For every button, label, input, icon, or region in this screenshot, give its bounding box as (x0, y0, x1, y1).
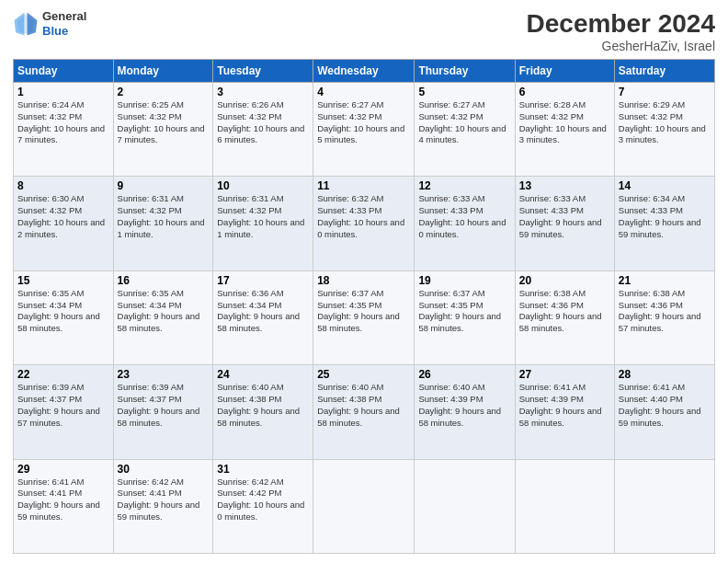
day-detail: Sunrise: 6:40 AMSunset: 4:38 PMDaylight:… (217, 382, 309, 429)
svg-marker-2 (15, 12, 25, 35)
calendar-cell: 7 Sunrise: 6:29 AMSunset: 4:32 PMDayligh… (614, 83, 714, 177)
calendar-cell: 29 Sunrise: 6:41 AMSunset: 4:41 PMDaylig… (14, 459, 114, 553)
day-detail: Sunrise: 6:37 AMSunset: 4:35 PMDaylight:… (418, 288, 510, 335)
day-detail: Sunrise: 6:31 AMSunset: 4:32 PMDaylight:… (118, 193, 210, 240)
day-detail: Sunrise: 6:41 AMSunset: 4:39 PMDaylight:… (519, 382, 610, 429)
calendar-cell: 3 Sunrise: 6:26 AMSunset: 4:32 PMDayligh… (213, 83, 313, 177)
col-header-thursday: Thursday (415, 60, 515, 83)
week-row-1: 1 Sunrise: 6:24 AMSunset: 4:32 PMDayligh… (14, 83, 715, 177)
day-number: 6 (519, 86, 610, 98)
calendar-cell: 8 Sunrise: 6:30 AMSunset: 4:32 PMDayligh… (14, 177, 114, 270)
day-number: 4 (317, 86, 410, 98)
logo-icon (13, 11, 39, 37)
day-detail: Sunrise: 6:25 AMSunset: 4:32 PMDaylight:… (118, 99, 210, 146)
svg-marker-1 (28, 12, 38, 35)
calendar-cell: 1 Sunrise: 6:24 AMSunset: 4:32 PMDayligh… (14, 83, 114, 177)
calendar-cell (515, 459, 614, 553)
day-number: 30 (118, 463, 210, 476)
day-number: 27 (519, 368, 610, 381)
day-number: 17 (217, 274, 309, 287)
calendar-cell: 18 Sunrise: 6:37 AMSunset: 4:35 PMDaylig… (313, 270, 415, 364)
calendar-cell (313, 459, 415, 553)
day-number: 22 (17, 368, 109, 381)
col-header-wednesday: Wednesday (313, 60, 415, 83)
calendar-cell: 19 Sunrise: 6:37 AMSunset: 4:35 PMDaylig… (415, 270, 515, 364)
day-detail: Sunrise: 6:39 AMSunset: 4:37 PMDaylight:… (118, 382, 210, 429)
week-row-2: 8 Sunrise: 6:30 AMSunset: 4:32 PMDayligh… (14, 177, 715, 270)
day-detail: Sunrise: 6:41 AMSunset: 4:41 PMDaylight:… (17, 477, 109, 523)
calendar-cell: 5 Sunrise: 6:27 AMSunset: 4:32 PMDayligh… (415, 83, 515, 177)
header: General Blue December 2024 GesherHaZiv, … (13, 9, 715, 53)
title-block: December 2024 GesherHaZiv, Israel (527, 9, 715, 53)
page: General Blue December 2024 GesherHaZiv, … (0, 0, 728, 563)
calendar-cell: 13 Sunrise: 6:33 AMSunset: 4:33 PMDaylig… (515, 177, 614, 270)
calendar-cell (614, 459, 714, 553)
day-number: 10 (217, 179, 309, 192)
day-detail: Sunrise: 6:38 AMSunset: 4:36 PMDaylight:… (619, 288, 711, 335)
logo-blue: Blue (42, 24, 86, 39)
day-detail: Sunrise: 6:32 AMSunset: 4:33 PMDaylight:… (317, 193, 410, 240)
day-detail: Sunrise: 6:35 AMSunset: 4:34 PMDaylight:… (17, 288, 109, 335)
day-detail: Sunrise: 6:24 AMSunset: 4:32 PMDaylight:… (17, 99, 109, 146)
day-number: 11 (317, 179, 410, 192)
day-number: 26 (418, 368, 510, 381)
day-number: 15 (17, 274, 109, 287)
day-number: 29 (17, 463, 109, 476)
calendar-cell: 14 Sunrise: 6:34 AMSunset: 4:33 PMDaylig… (614, 177, 714, 270)
calendar-cell: 20 Sunrise: 6:38 AMSunset: 4:36 PMDaylig… (515, 270, 614, 364)
day-number: 5 (418, 86, 510, 98)
logo-text: General Blue (42, 9, 86, 38)
day-number: 28 (619, 368, 711, 381)
day-number: 20 (519, 274, 610, 287)
day-number: 1 (17, 86, 109, 98)
calendar-cell: 22 Sunrise: 6:39 AMSunset: 4:37 PMDaylig… (14, 365, 114, 459)
calendar-cell: 24 Sunrise: 6:40 AMSunset: 4:38 PMDaylig… (213, 365, 313, 459)
calendar-header-row: SundayMondayTuesdayWednesdayThursdayFrid… (14, 60, 715, 83)
day-detail: Sunrise: 6:38 AMSunset: 4:36 PMDaylight:… (519, 288, 610, 335)
calendar-cell: 2 Sunrise: 6:25 AMSunset: 4:32 PMDayligh… (113, 83, 213, 177)
calendar-cell: 26 Sunrise: 6:40 AMSunset: 4:39 PMDaylig… (415, 365, 515, 459)
day-number: 2 (118, 86, 210, 98)
day-detail: Sunrise: 6:33 AMSunset: 4:33 PMDaylight:… (519, 193, 610, 240)
day-number: 21 (619, 274, 711, 287)
day-detail: Sunrise: 6:37 AMSunset: 4:35 PMDaylight:… (317, 288, 410, 335)
day-number: 12 (418, 179, 510, 192)
col-header-friday: Friday (515, 60, 614, 83)
calendar-cell: 31 Sunrise: 6:42 AMSunset: 4:42 PMDaylig… (213, 459, 313, 553)
day-number: 7 (619, 86, 711, 98)
day-number: 13 (519, 179, 610, 192)
day-detail: Sunrise: 6:31 AMSunset: 4:32 PMDaylight:… (217, 193, 309, 240)
col-header-tuesday: Tuesday (213, 60, 313, 83)
day-detail: Sunrise: 6:36 AMSunset: 4:34 PMDaylight:… (217, 288, 309, 335)
calendar-table: SundayMondayTuesdayWednesdayThursdayFrid… (13, 59, 715, 554)
day-detail: Sunrise: 6:27 AMSunset: 4:32 PMDaylight:… (418, 99, 510, 146)
col-header-monday: Monday (113, 60, 213, 83)
day-number: 8 (17, 179, 109, 192)
day-number: 3 (217, 86, 309, 98)
day-number: 23 (118, 368, 210, 381)
day-detail: Sunrise: 6:35 AMSunset: 4:34 PMDaylight:… (118, 288, 210, 335)
day-detail: Sunrise: 6:29 AMSunset: 4:32 PMDaylight:… (619, 99, 711, 146)
day-number: 16 (118, 274, 210, 287)
day-number: 18 (317, 274, 410, 287)
calendar-cell: 9 Sunrise: 6:31 AMSunset: 4:32 PMDayligh… (113, 177, 213, 270)
logo-general: General (42, 9, 86, 24)
week-row-5: 29 Sunrise: 6:41 AMSunset: 4:41 PMDaylig… (14, 459, 715, 553)
page-subtitle: GesherHaZiv, Israel (527, 39, 715, 53)
calendar-cell: 6 Sunrise: 6:28 AMSunset: 4:32 PMDayligh… (515, 83, 614, 177)
day-detail: Sunrise: 6:27 AMSunset: 4:32 PMDaylight:… (317, 99, 410, 146)
calendar-cell: 4 Sunrise: 6:27 AMSunset: 4:32 PMDayligh… (313, 83, 415, 177)
day-number: 14 (619, 179, 711, 192)
week-row-3: 15 Sunrise: 6:35 AMSunset: 4:34 PMDaylig… (14, 270, 715, 364)
calendar-cell: 25 Sunrise: 6:40 AMSunset: 4:38 PMDaylig… (313, 365, 415, 459)
day-detail: Sunrise: 6:39 AMSunset: 4:37 PMDaylight:… (17, 382, 109, 429)
day-number: 9 (118, 179, 210, 192)
day-detail: Sunrise: 6:42 AMSunset: 4:41 PMDaylight:… (118, 477, 210, 523)
calendar-cell: 30 Sunrise: 6:42 AMSunset: 4:41 PMDaylig… (113, 459, 213, 553)
day-detail: Sunrise: 6:30 AMSunset: 4:32 PMDaylight:… (17, 193, 109, 240)
calendar-cell: 23 Sunrise: 6:39 AMSunset: 4:37 PMDaylig… (113, 365, 213, 459)
day-detail: Sunrise: 6:42 AMSunset: 4:42 PMDaylight:… (217, 477, 309, 523)
day-detail: Sunrise: 6:40 AMSunset: 4:38 PMDaylight:… (317, 382, 410, 429)
day-number: 25 (317, 368, 410, 381)
day-number: 31 (217, 463, 309, 476)
